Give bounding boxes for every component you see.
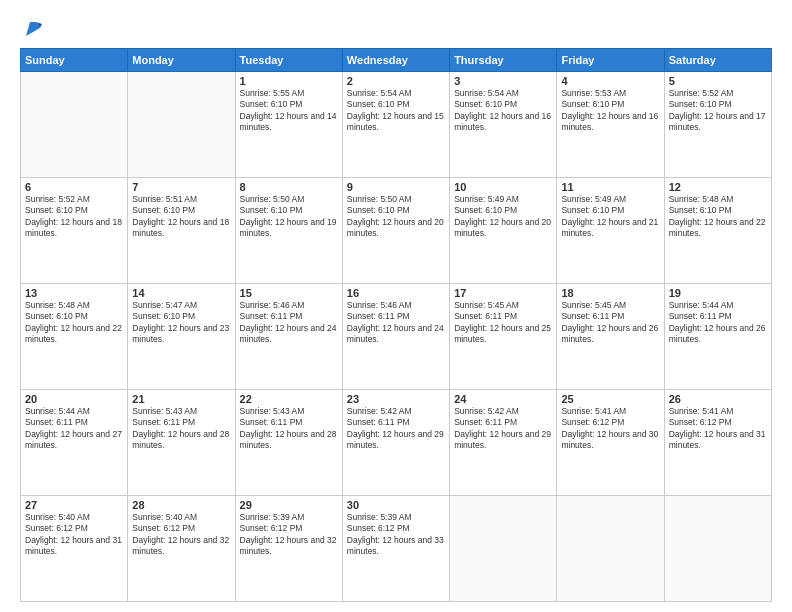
day-detail: Sunrise: 5:54 AM Sunset: 6:10 PM Dayligh… <box>454 88 552 134</box>
day-detail: Sunrise: 5:52 AM Sunset: 6:10 PM Dayligh… <box>25 194 123 240</box>
day-detail: Sunrise: 5:53 AM Sunset: 6:10 PM Dayligh… <box>561 88 659 134</box>
header <box>20 18 772 40</box>
calendar-cell: 7Sunrise: 5:51 AM Sunset: 6:10 PM Daylig… <box>128 178 235 284</box>
day-detail: Sunrise: 5:47 AM Sunset: 6:10 PM Dayligh… <box>132 300 230 346</box>
logo <box>20 18 44 40</box>
day-detail: Sunrise: 5:52 AM Sunset: 6:10 PM Dayligh… <box>669 88 767 134</box>
calendar-cell: 19Sunrise: 5:44 AM Sunset: 6:11 PM Dayli… <box>664 284 771 390</box>
col-monday: Monday <box>128 49 235 72</box>
day-number: 7 <box>132 181 230 193</box>
col-wednesday: Wednesday <box>342 49 449 72</box>
calendar-cell: 29Sunrise: 5:39 AM Sunset: 6:12 PM Dayli… <box>235 496 342 602</box>
day-number: 29 <box>240 499 338 511</box>
calendar-cell: 26Sunrise: 5:41 AM Sunset: 6:12 PM Dayli… <box>664 390 771 496</box>
calendar-cell: 28Sunrise: 5:40 AM Sunset: 6:12 PM Dayli… <box>128 496 235 602</box>
col-thursday: Thursday <box>450 49 557 72</box>
day-number: 21 <box>132 393 230 405</box>
day-detail: Sunrise: 5:41 AM Sunset: 6:12 PM Dayligh… <box>669 406 767 452</box>
day-number: 15 <box>240 287 338 299</box>
day-detail: Sunrise: 5:46 AM Sunset: 6:11 PM Dayligh… <box>240 300 338 346</box>
day-detail: Sunrise: 5:40 AM Sunset: 6:12 PM Dayligh… <box>25 512 123 558</box>
day-detail: Sunrise: 5:49 AM Sunset: 6:10 PM Dayligh… <box>454 194 552 240</box>
day-number: 2 <box>347 75 445 87</box>
calendar-cell: 13Sunrise: 5:48 AM Sunset: 6:10 PM Dayli… <box>21 284 128 390</box>
calendar-week-5: 27Sunrise: 5:40 AM Sunset: 6:12 PM Dayli… <box>21 496 772 602</box>
day-number: 1 <box>240 75 338 87</box>
day-detail: Sunrise: 5:43 AM Sunset: 6:11 PM Dayligh… <box>132 406 230 452</box>
day-number: 13 <box>25 287 123 299</box>
day-number: 8 <box>240 181 338 193</box>
day-number: 4 <box>561 75 659 87</box>
day-number: 14 <box>132 287 230 299</box>
day-detail: Sunrise: 5:40 AM Sunset: 6:12 PM Dayligh… <box>132 512 230 558</box>
calendar-cell: 16Sunrise: 5:46 AM Sunset: 6:11 PM Dayli… <box>342 284 449 390</box>
day-number: 19 <box>669 287 767 299</box>
day-number: 20 <box>25 393 123 405</box>
col-saturday: Saturday <box>664 49 771 72</box>
day-detail: Sunrise: 5:44 AM Sunset: 6:11 PM Dayligh… <box>25 406 123 452</box>
day-number: 22 <box>240 393 338 405</box>
day-detail: Sunrise: 5:45 AM Sunset: 6:11 PM Dayligh… <box>561 300 659 346</box>
col-friday: Friday <box>557 49 664 72</box>
calendar-cell: 2Sunrise: 5:54 AM Sunset: 6:10 PM Daylig… <box>342 72 449 178</box>
calendar-cell: 9Sunrise: 5:50 AM Sunset: 6:10 PM Daylig… <box>342 178 449 284</box>
day-detail: Sunrise: 5:39 AM Sunset: 6:12 PM Dayligh… <box>347 512 445 558</box>
day-number: 28 <box>132 499 230 511</box>
day-number: 6 <box>25 181 123 193</box>
calendar-cell: 15Sunrise: 5:46 AM Sunset: 6:11 PM Dayli… <box>235 284 342 390</box>
day-detail: Sunrise: 5:48 AM Sunset: 6:10 PM Dayligh… <box>669 194 767 240</box>
calendar-cell <box>21 72 128 178</box>
calendar-cell <box>128 72 235 178</box>
day-number: 11 <box>561 181 659 193</box>
calendar-header-row: Sunday Monday Tuesday Wednesday Thursday… <box>21 49 772 72</box>
calendar-cell: 18Sunrise: 5:45 AM Sunset: 6:11 PM Dayli… <box>557 284 664 390</box>
calendar-cell: 22Sunrise: 5:43 AM Sunset: 6:11 PM Dayli… <box>235 390 342 496</box>
day-detail: Sunrise: 5:41 AM Sunset: 6:12 PM Dayligh… <box>561 406 659 452</box>
day-number: 3 <box>454 75 552 87</box>
day-detail: Sunrise: 5:43 AM Sunset: 6:11 PM Dayligh… <box>240 406 338 452</box>
calendar-cell: 24Sunrise: 5:42 AM Sunset: 6:11 PM Dayli… <box>450 390 557 496</box>
col-sunday: Sunday <box>21 49 128 72</box>
day-detail: Sunrise: 5:46 AM Sunset: 6:11 PM Dayligh… <box>347 300 445 346</box>
day-detail: Sunrise: 5:44 AM Sunset: 6:11 PM Dayligh… <box>669 300 767 346</box>
day-detail: Sunrise: 5:50 AM Sunset: 6:10 PM Dayligh… <box>240 194 338 240</box>
day-detail: Sunrise: 5:49 AM Sunset: 6:10 PM Dayligh… <box>561 194 659 240</box>
calendar-cell: 11Sunrise: 5:49 AM Sunset: 6:10 PM Dayli… <box>557 178 664 284</box>
day-detail: Sunrise: 5:54 AM Sunset: 6:10 PM Dayligh… <box>347 88 445 134</box>
day-detail: Sunrise: 5:55 AM Sunset: 6:10 PM Dayligh… <box>240 88 338 134</box>
day-detail: Sunrise: 5:45 AM Sunset: 6:11 PM Dayligh… <box>454 300 552 346</box>
day-number: 26 <box>669 393 767 405</box>
day-detail: Sunrise: 5:51 AM Sunset: 6:10 PM Dayligh… <box>132 194 230 240</box>
day-number: 10 <box>454 181 552 193</box>
day-number: 16 <box>347 287 445 299</box>
calendar-cell: 25Sunrise: 5:41 AM Sunset: 6:12 PM Dayli… <box>557 390 664 496</box>
calendar-cell: 6Sunrise: 5:52 AM Sunset: 6:10 PM Daylig… <box>21 178 128 284</box>
day-number: 17 <box>454 287 552 299</box>
calendar-cell: 3Sunrise: 5:54 AM Sunset: 6:10 PM Daylig… <box>450 72 557 178</box>
calendar-cell: 14Sunrise: 5:47 AM Sunset: 6:10 PM Dayli… <box>128 284 235 390</box>
calendar-cell: 27Sunrise: 5:40 AM Sunset: 6:12 PM Dayli… <box>21 496 128 602</box>
calendar-cell <box>557 496 664 602</box>
calendar-week-3: 13Sunrise: 5:48 AM Sunset: 6:10 PM Dayli… <box>21 284 772 390</box>
calendar-cell: 5Sunrise: 5:52 AM Sunset: 6:10 PM Daylig… <box>664 72 771 178</box>
logo-icon <box>22 18 44 40</box>
day-detail: Sunrise: 5:39 AM Sunset: 6:12 PM Dayligh… <box>240 512 338 558</box>
col-tuesday: Tuesday <box>235 49 342 72</box>
calendar-week-4: 20Sunrise: 5:44 AM Sunset: 6:11 PM Dayli… <box>21 390 772 496</box>
day-number: 24 <box>454 393 552 405</box>
day-detail: Sunrise: 5:42 AM Sunset: 6:11 PM Dayligh… <box>347 406 445 452</box>
day-detail: Sunrise: 5:50 AM Sunset: 6:10 PM Dayligh… <box>347 194 445 240</box>
calendar-cell: 20Sunrise: 5:44 AM Sunset: 6:11 PM Dayli… <box>21 390 128 496</box>
calendar-cell: 17Sunrise: 5:45 AM Sunset: 6:11 PM Dayli… <box>450 284 557 390</box>
calendar-cell: 12Sunrise: 5:48 AM Sunset: 6:10 PM Dayli… <box>664 178 771 284</box>
day-number: 23 <box>347 393 445 405</box>
calendar-table: Sunday Monday Tuesday Wednesday Thursday… <box>20 48 772 602</box>
day-detail: Sunrise: 5:48 AM Sunset: 6:10 PM Dayligh… <box>25 300 123 346</box>
calendar-week-1: 1Sunrise: 5:55 AM Sunset: 6:10 PM Daylig… <box>21 72 772 178</box>
day-number: 9 <box>347 181 445 193</box>
calendar-week-2: 6Sunrise: 5:52 AM Sunset: 6:10 PM Daylig… <box>21 178 772 284</box>
calendar-cell: 21Sunrise: 5:43 AM Sunset: 6:11 PM Dayli… <box>128 390 235 496</box>
day-number: 12 <box>669 181 767 193</box>
day-number: 5 <box>669 75 767 87</box>
day-number: 18 <box>561 287 659 299</box>
